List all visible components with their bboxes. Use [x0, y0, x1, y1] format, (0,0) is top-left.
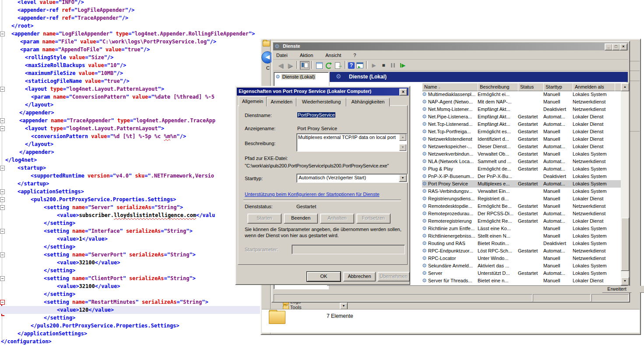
fold-marker-icon[interactable]	[0, 205, 5, 210]
table-row[interactable]: ⚙Server für Threads...Bietet eine n...Ma…	[422, 277, 621, 285]
description-box[interactable]: Multiplexes external TCP/IP data on loca…	[296, 133, 407, 152]
fold-marker-icon[interactable]	[0, 87, 5, 92]
tab-allgemein[interactable]: Allgemein	[239, 96, 267, 107]
tab-wiederherstellung[interactable]: Wiederherstellung	[296, 98, 346, 107]
minimize-button[interactable]: _	[605, 43, 612, 50]
services-gear-icon: ⚙	[422, 263, 427, 269]
help-icon[interactable]: ?	[348, 62, 355, 69]
dialog-titlebar[interactable]: Eigenschaften von Port Proxy Service (Lo…	[237, 88, 408, 96]
stop-icon[interactable]: ■	[379, 61, 388, 69]
menu-item-ansicht[interactable]: Ansicht	[322, 52, 344, 59]
fold-marker-icon[interactable]	[0, 300, 5, 305]
table-row[interactable]: ⚙Port Proxy ServiceMultiplexes e...Gesta…	[422, 180, 621, 188]
play-icon[interactable]: ▶	[370, 61, 378, 69]
startparameter-input[interactable]	[292, 245, 405, 254]
table-row[interactable]: ⚙ServerUnterstützt D...GestartetAutomat.…	[422, 270, 621, 277]
scroll-down-button[interactable]: ▼	[399, 144, 406, 151]
table-row[interactable]: ⚙Plug & PlayErmöglicht de...GestartetAut…	[422, 165, 621, 173]
service-status: Gestartet	[518, 128, 543, 135]
column-header-starttyp[interactable]: Starttyp	[543, 83, 574, 91]
properties-icon[interactable]	[315, 61, 324, 69]
maximize-button[interactable]: □	[612, 43, 620, 50]
table-row[interactable]: ⚙Net.Tcp-Listenerad...Empfängt Akt...Ges…	[422, 121, 621, 128]
table-row[interactable]: ⚙Routing und RASBietet Routin...Deaktivi…	[422, 240, 621, 247]
fold-marker-icon[interactable]	[0, 166, 5, 171]
table-row[interactable]: ⚙Net.Msmq-Listener...Empfängt Akt...Deak…	[422, 106, 621, 113]
scrollbar-thumb[interactable]	[621, 217, 629, 271]
table-row[interactable]: ⚙Netzwerkspeicher-...Dieser Dienst...Ges…	[422, 143, 621, 150]
column-header-name[interactable]: Name ▲	[422, 83, 479, 91]
table-row[interactable]: ⚙RPC-LocatorUnter Windo...ManuellNetzwer…	[422, 255, 621, 262]
services-list[interactable]: Name ▲BeschreibungStatusStarttypAnmelden…	[422, 83, 628, 285]
fold-marker-icon[interactable]	[0, 118, 5, 123]
export-list-icon[interactable]: →	[334, 61, 343, 69]
service-description: Mit dem NAP-...	[478, 98, 518, 106]
fold-marker-icon[interactable]	[0, 189, 5, 194]
tree-item-dienste-lokal[interactable]: ⚙ Dienste (Lokal)	[275, 74, 316, 80]
cancel-button[interactable]: Abbrechen	[343, 272, 376, 281]
fold-marker-icon[interactable]	[0, 126, 5, 131]
fold-marker-icon[interactable]	[0, 253, 5, 257]
close-icon[interactable]: ×	[399, 89, 407, 96]
window-titlebar[interactable]: ⚙ Dienste _ □ ×	[273, 43, 628, 50]
code-token: value	[40, 0, 56, 5]
chevron-down-icon[interactable]: ▼	[399, 174, 407, 182]
pause-icon[interactable]	[389, 61, 398, 69]
menu-item-?[interactable]: ?	[350, 52, 359, 59]
scroll-down-button[interactable]: ▼	[621, 277, 629, 285]
table-row[interactable]: ⚙Net.Tcp-Portfreiga...Ermöglicht es...Ge…	[422, 128, 621, 135]
ok-button[interactable]: OK	[307, 272, 341, 281]
code-token: ="	[121, 46, 127, 53]
tab-abhngigkeiten[interactable]: Abhängigkeiten	[346, 98, 390, 107]
table-row[interactable]: ⚙RemoteregistrierungErmöglicht Re...Gest…	[422, 217, 621, 225]
scroll-up-button[interactable]: ▲	[621, 83, 629, 91]
code-token: type	[117, 117, 130, 124]
service-name: ⚙RPC-Endpunktzuor...	[422, 247, 478, 255]
code-token: <puls200.PortProxyService.Properties.Set…	[31, 196, 176, 203]
startup-options-link[interactable]: Unterstützung beim Konfigurieren der Sta…	[245, 192, 380, 197]
code-token: ref	[62, 15, 71, 21]
code-token: <staticLogFileName	[25, 78, 85, 84]
close-button[interactable]: ×	[619, 43, 627, 50]
table-row[interactable]: ⚙Netzwerkverbindun...Verwaltet Ob...Gest…	[422, 150, 621, 158]
service-logonas: Netzwerkdienst	[573, 158, 621, 165]
column-header-anmeldenals[interactable]: Anmelden als	[573, 83, 616, 91]
service-description: Empfängt Akt...	[478, 106, 518, 113]
table-row[interactable]: ⚙Remotedesktopdie...Ermöglicht Be...Gest…	[422, 203, 621, 210]
fold-marker-icon[interactable]	[0, 276, 5, 281]
menu-item-datei[interactable]: Datei	[273, 52, 291, 59]
startup-type-combobox[interactable]: Automatisch (Verzögerter Start) ▼	[296, 174, 408, 183]
beenden-button[interactable]: Beenden	[284, 213, 318, 224]
forward-icon[interactable]: ▶	[286, 61, 295, 69]
table-row[interactable]: ⚙Net.Pipe-Listenera...Empfängt Akt...Ges…	[422, 113, 621, 121]
back-icon[interactable]: ◀	[276, 61, 285, 69]
table-row[interactable]: ⚙Sekundäre Anmeld...Aktiviert das ...Man…	[422, 262, 621, 270]
table-row[interactable]: ⚙NetzwerklistendienstIdentifiziert d...G…	[422, 135, 621, 143]
column-header-beschreibung[interactable]: Beschreibung	[478, 83, 520, 91]
table-row[interactable]: ⚙Remoteprozedurau...Der RPCSS-Di...Gesta…	[422, 210, 621, 217]
table-row[interactable]: ⚙Registrierungsdiens...Registriert di...…	[422, 195, 621, 203]
restart-icon[interactable]: ▶	[398, 61, 407, 69]
table-row[interactable]: ⚙PnP-X-IP-Busenum...Der PnP-X-Bu...Deakt…	[422, 173, 621, 180]
table-row[interactable]: ⚙RAS-Verbindungsv...Verwaltet Ein...Manu…	[422, 188, 621, 195]
fold-marker-icon[interactable]	[0, 229, 5, 234]
dropdown-button[interactable]: ▼	[340, 302, 348, 309]
vertical-scrollbar[interactable]: ▲ ▼	[621, 83, 628, 285]
column-header-status[interactable]: Status	[518, 83, 545, 91]
menu-item-aktion[interactable]: Aktion	[297, 52, 317, 59]
show-tree-icon[interactable]	[300, 61, 310, 70]
tab-anmelden[interactable]: Anmelden	[267, 98, 296, 107]
table-row[interactable]: ⚙RPC-Endpunktzuor...Löst RPC-Sch...Gesta…	[422, 247, 621, 255]
tab-erweitert[interactable]: Erweitert	[598, 286, 635, 293]
scroll-up-button[interactable]: ▲	[399, 134, 406, 141]
table-row[interactable]: ⚙NAP-Agent (Netwo...Mit dem NAP-...Manue…	[422, 98, 621, 106]
extended-view-icon[interactable]: ▶	[355, 61, 364, 69]
fold-marker-icon[interactable]	[0, 32, 5, 36]
service-name-value[interactable]: PortProxyService	[297, 112, 335, 117]
fold-marker-icon[interactable]	[0, 197, 5, 202]
table-row[interactable]: ⚙Multimediaklassenpl...Ermöglicht ei...M…	[422, 91, 621, 98]
table-row[interactable]: ⚙Richtlinienergebniss...Stellt einen N..…	[422, 232, 621, 240]
table-row[interactable]: ⚙NLA (Network Loca...Sammelt und ...Gest…	[422, 158, 621, 165]
refresh-icon[interactable]	[324, 61, 333, 69]
table-row[interactable]: ⚙Richtlinie zum Entfe...Lässt eine Ko...…	[422, 225, 621, 232]
